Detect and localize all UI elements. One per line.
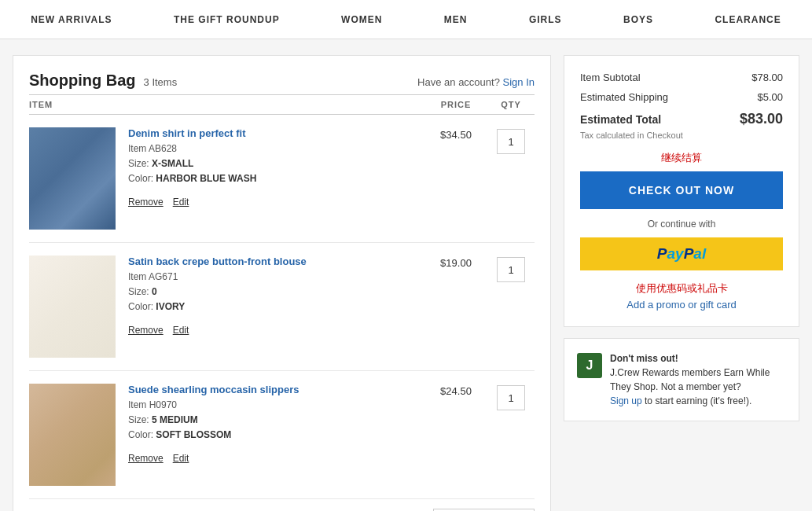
item-name[interactable]: Denim shirt in perfect fit bbox=[128, 127, 246, 139]
shipping-label: Estimated Shipping bbox=[580, 91, 668, 103]
item-color-value: IVORY bbox=[156, 301, 185, 312]
rewards-signup-link[interactable]: Sign up bbox=[610, 395, 642, 406]
summary-box: Item Subtotal $78.00 Estimated Shipping … bbox=[564, 55, 799, 327]
subtotal-value: $78.00 bbox=[751, 72, 783, 83]
promo-hint: 使用优惠码或礼品卡 bbox=[580, 281, 783, 296]
subtotal-label: Item Subtotal bbox=[580, 72, 641, 83]
item-number: Item AG671 bbox=[128, 271, 178, 282]
rewards-body: J.Crew Rewards members Earn While They S… bbox=[610, 367, 770, 406]
item-size-value: 0 bbox=[152, 286, 157, 297]
main-content: Shopping Bag 3 Items Have an account? Si… bbox=[0, 39, 812, 511]
col-qty-header: QTY bbox=[487, 100, 535, 109]
gift-options-row: 🎁 Gift Options bbox=[29, 499, 535, 511]
item-size-label: Size: bbox=[128, 158, 149, 169]
item-qty bbox=[487, 384, 535, 410]
order-summary: Item Subtotal $78.00 Estimated Shipping … bbox=[564, 55, 799, 511]
item-row: Satin back crepe button-front blouse Ite… bbox=[29, 243, 535, 371]
or-continue-text: Or continue with bbox=[580, 219, 783, 230]
nav-item-boys[interactable]: BOYS bbox=[617, 14, 660, 25]
bag-count: 3 Items bbox=[144, 76, 178, 88]
edit-button[interactable]: Edit bbox=[173, 197, 189, 208]
item-price: $19.00 bbox=[424, 256, 487, 269]
item-color-label: Color: bbox=[128, 301, 153, 312]
checkout-hint: 继续结算 bbox=[580, 151, 783, 165]
subtotal-row: Item Subtotal $78.00 bbox=[580, 72, 783, 83]
item-color-label: Color: bbox=[128, 173, 153, 184]
item-actions: Remove Edit bbox=[128, 197, 424, 208]
rewards-title: Don't miss out! bbox=[610, 353, 678, 364]
sign-in-link[interactable]: Sign In bbox=[503, 76, 535, 88]
item-number: Item H0970 bbox=[128, 399, 177, 410]
qty-input[interactable] bbox=[497, 129, 525, 154]
item-meta: Item AB628 Size: X-SMALL Color: HARBOR B… bbox=[128, 142, 424, 187]
item-image bbox=[29, 127, 116, 230]
item-size-value: 5 MEDIUM bbox=[152, 414, 198, 425]
remove-button[interactable]: Remove bbox=[128, 197, 164, 208]
bag-title: Shopping Bag bbox=[29, 72, 136, 90]
item-color-value: HARBOR BLUE WASH bbox=[156, 173, 256, 184]
remove-button[interactable]: Remove bbox=[128, 325, 164, 336]
shipping-row: Estimated Shipping $5.00 bbox=[580, 91, 783, 103]
tax-note: Tax calculated in Checkout bbox=[580, 131, 783, 140]
qty-input[interactable] bbox=[497, 257, 525, 282]
item-details: Denim shirt in perfect fit Item AB628 Si… bbox=[128, 127, 424, 208]
item-qty bbox=[487, 127, 535, 154]
bag-column-headers: ITEM PRICE QTY bbox=[29, 94, 535, 115]
item-qty bbox=[487, 256, 535, 282]
item-details: Satin back crepe button-front blouse Ite… bbox=[128, 256, 424, 336]
items-list: Denim shirt in perfect fit Item AB628 Si… bbox=[29, 115, 535, 499]
nav-item-clearance[interactable]: CLEARANCE bbox=[708, 14, 787, 25]
item-image bbox=[29, 384, 116, 486]
item-details: Suede shearling moccasin slippers Item H… bbox=[128, 384, 424, 464]
rewards-icon: J bbox=[577, 353, 602, 378]
item-color-value: SOFT BLOSSOM bbox=[156, 429, 231, 440]
shipping-value: $5.00 bbox=[757, 91, 783, 103]
nav-item-women[interactable]: WOMEN bbox=[335, 14, 388, 25]
item-size-label: Size: bbox=[128, 286, 149, 297]
nav-item-gift-roundup[interactable]: THE GIFT ROUNDUP bbox=[167, 14, 286, 25]
item-price: $34.50 bbox=[424, 127, 487, 141]
nav-item-girls[interactable]: GIRLS bbox=[523, 14, 568, 25]
col-price-header: PRICE bbox=[424, 100, 487, 109]
total-value: $83.00 bbox=[740, 111, 783, 127]
item-size-value: X-SMALL bbox=[152, 158, 193, 169]
item-color-label: Color: bbox=[128, 429, 153, 440]
item-row: Denim shirt in perfect fit Item AB628 Si… bbox=[29, 115, 535, 243]
item-actions: Remove Edit bbox=[128, 453, 424, 464]
item-name[interactable]: Satin back crepe button-front blouse bbox=[128, 256, 307, 267]
item-number: Item AB628 bbox=[128, 143, 177, 154]
total-row: Estimated Total $83.00 bbox=[580, 111, 783, 127]
shopping-bag: Shopping Bag 3 Items Have an account? Si… bbox=[13, 55, 551, 511]
col-item-header: ITEM bbox=[29, 100, 424, 109]
checkout-button[interactable]: CHECK OUT NOW bbox=[580, 171, 783, 209]
paypal-logo: PayPal bbox=[657, 245, 706, 263]
total-label: Estimated Total bbox=[580, 113, 661, 126]
promo-gift-card-link[interactable]: Add a promo or gift card bbox=[580, 299, 783, 311]
item-name[interactable]: Suede shearling moccasin slippers bbox=[128, 384, 299, 395]
edit-button[interactable]: Edit bbox=[173, 453, 189, 464]
item-row: Suede shearling moccasin slippers Item H… bbox=[29, 371, 535, 499]
edit-button[interactable]: Edit bbox=[173, 325, 189, 336]
item-price: $24.50 bbox=[424, 384, 487, 397]
qty-input[interactable] bbox=[497, 385, 525, 410]
item-meta: Item AG671 Size: 0 Color: IVORY bbox=[128, 270, 424, 315]
item-meta: Item H0970 Size: 5 MEDIUM Color: SOFT BL… bbox=[128, 398, 424, 443]
remove-button[interactable]: Remove bbox=[128, 453, 164, 464]
item-actions: Remove Edit bbox=[128, 325, 424, 336]
rewards-text: Don't miss out! J.Crew Rewards members E… bbox=[610, 351, 786, 408]
rewards-box: J Don't miss out! J.Crew Rewards members… bbox=[564, 338, 799, 421]
nav-item-men[interactable]: MEN bbox=[438, 14, 474, 25]
item-size-label: Size: bbox=[128, 414, 149, 425]
item-image bbox=[29, 256, 116, 358]
bag-header: Shopping Bag 3 Items Have an account? Si… bbox=[29, 72, 535, 90]
nav-item-new-arrivals[interactable]: NEW ARRIVALS bbox=[24, 14, 118, 25]
main-nav: NEW ARRIVALSTHE GIFT ROUNDUPWOMENMENGIRL… bbox=[0, 0, 812, 39]
have-account-text: Have an account? Sign In bbox=[417, 76, 535, 88]
paypal-button[interactable]: PayPal bbox=[580, 237, 783, 270]
